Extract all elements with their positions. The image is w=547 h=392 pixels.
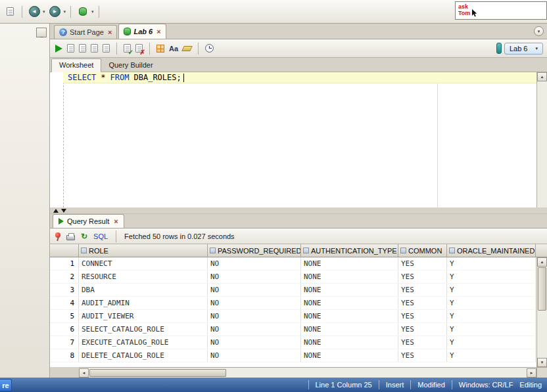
row-number-cell[interactable]: 7	[50, 336, 79, 349]
print-icon[interactable]	[66, 235, 75, 240]
row-number-header[interactable]	[50, 244, 79, 257]
grid-cell[interactable]: NO	[208, 349, 301, 362]
grid-cell[interactable]: YES	[398, 257, 447, 270]
collapse-up-icon[interactable]	[53, 209, 59, 213]
grid-cell[interactable]: NO	[208, 271, 301, 283]
sql-button[interactable]: SQL	[93, 232, 108, 240]
tab-start-page[interactable]: ? Start Page ×	[54, 25, 117, 39]
sql-history-icon[interactable]	[205, 44, 214, 53]
connections-dropdown-icon[interactable]: ▾	[91, 9, 94, 14]
commit-icon[interactable]: ✓	[124, 44, 131, 53]
scrollbar-thumb[interactable]	[538, 267, 546, 311]
row-number-cell[interactable]: 2	[50, 271, 79, 283]
forward-dropdown-icon[interactable]: ▾	[64, 9, 66, 14]
grid-cell[interactable]: YES	[398, 297, 447, 309]
forward-button[interactable]: ►	[48, 5, 62, 19]
grid-cell[interactable]: DELETE_CATALOG_ROLE	[79, 349, 208, 362]
table-row[interactable]: 4AUDIT_ADMINNONONEYESY	[50, 297, 536, 310]
grid-cell[interactable]: NO	[208, 323, 301, 336]
grid-horizontal-scrollbar[interactable]: ◄ ►	[79, 367, 536, 378]
rollback-icon[interactable]: ✗	[135, 44, 143, 53]
grid-cell[interactable]: NONE	[301, 284, 398, 296]
grid-cell[interactable]: AUDIT_VIEWER	[79, 310, 208, 322]
grid-cell[interactable]: DBA	[79, 284, 208, 296]
column-header-common[interactable]: COMMON	[398, 244, 447, 257]
grid-cell[interactable]: NONE	[301, 297, 398, 309]
grid-cell[interactable]: YES	[398, 323, 447, 336]
collapse-down-icon[interactable]	[61, 209, 66, 213]
scroll-down-icon[interactable]: ▼	[537, 358, 547, 367]
explain-plan-icon[interactable]	[91, 44, 98, 53]
autotrace-icon[interactable]	[79, 44, 86, 53]
scrollbar-thumb[interactable]	[89, 369, 226, 377]
column-header-oracle_maintained[interactable]: ORACLE_MAINTAINED	[447, 244, 536, 257]
scroll-right-icon[interactable]: ►	[527, 368, 536, 378]
table-row[interactable]: 3DBANONONEYESY	[50, 284, 536, 297]
close-icon[interactable]: ×	[108, 28, 112, 36]
table-row[interactable]: 1CONNECTNONONEYESY	[50, 257, 536, 271]
new-file-button[interactable]	[3, 5, 17, 19]
table-row[interactable]: 6SELECT_CATALOG_ROLENONONEYESY	[50, 323, 536, 336]
grid-cell[interactable]: NO	[208, 284, 301, 296]
grid-cell[interactable]: Y	[447, 297, 536, 309]
back-dropdown-icon[interactable]: ▾	[43, 9, 45, 14]
grid-cell[interactable]: Y	[447, 271, 536, 283]
sql-editor[interactable]: SELECT * FROM DBA_ROLES; ▲	[50, 72, 547, 207]
scroll-up-icon[interactable]: ▲	[537, 72, 547, 81]
grid-cell[interactable]: NONE	[301, 310, 398, 322]
refresh-icon[interactable]: ↻	[81, 232, 87, 240]
grid-cell[interactable]: NONE	[301, 323, 398, 336]
grid-cell[interactable]: CONNECT	[79, 257, 208, 270]
grid-cell[interactable]: Y	[447, 310, 536, 322]
grid-cell[interactable]: Y	[447, 323, 536, 336]
grid-cell[interactable]: NONE	[301, 257, 398, 270]
unshared-worksheet-icon[interactable]	[156, 45, 164, 53]
table-row[interactable]: 7EXECUTE_CATALOG_ROLENONONEYESY	[50, 336, 536, 349]
tab-query-result[interactable]: Query Result ×	[53, 214, 124, 228]
grid-cell[interactable]: Y	[447, 257, 536, 270]
row-number-cell[interactable]: 5	[50, 310, 79, 322]
sql-tuning-advisor-icon[interactable]	[103, 44, 110, 53]
table-row[interactable]: 2RESOURCENONONEYESY	[50, 271, 536, 284]
tab-lab6[interactable]: Lab 6 ×	[118, 24, 166, 39]
column-header-password_required[interactable]: PASSWORD_REQUIRED	[208, 244, 301, 257]
row-number-cell[interactable]: 4	[50, 297, 79, 309]
grid-cell[interactable]: NO	[208, 297, 301, 309]
row-number-cell[interactable]: 3	[50, 284, 79, 296]
grid-cell[interactable]: NO	[208, 257, 301, 270]
close-icon[interactable]: ×	[156, 28, 160, 35]
tab-list-dropdown-button[interactable]: ▾	[534, 26, 544, 36]
tab-query-builder[interactable]: Query Builder	[101, 59, 160, 72]
editor-scrollbar[interactable]: ▲	[536, 72, 547, 207]
grid-cell[interactable]: RESOURCE	[79, 271, 208, 283]
change-case-icon[interactable]: Aa	[169, 45, 178, 53]
run-script-icon[interactable]	[67, 44, 74, 53]
grid-cell[interactable]: EXECUTE_CATALOG_ROLE	[79, 336, 208, 349]
grid-cell[interactable]: SELECT_CATALOG_ROLE	[79, 323, 208, 336]
column-header-authentication_type[interactable]: AUTHENTICATION_TYPE	[301, 244, 398, 257]
grid-cell[interactable]: Y	[447, 349, 536, 362]
table-row[interactable]: 8DELETE_CATALOG_ROLENONONEYESY	[50, 349, 536, 362]
row-number-cell[interactable]: 8	[50, 349, 79, 362]
taskbar-button-fragment[interactable]: re	[0, 379, 12, 391]
grid-cell[interactable]: AUDIT_ADMIN	[79, 297, 208, 309]
grid-cell[interactable]: YES	[398, 271, 447, 283]
grid-cell[interactable]: NONE	[301, 336, 398, 349]
grid-cell[interactable]: Y	[447, 336, 536, 349]
row-number-cell[interactable]: 6	[50, 323, 79, 336]
run-statement-icon[interactable]	[55, 45, 62, 53]
connections-button[interactable]	[76, 5, 90, 19]
scroll-left-icon[interactable]: ◄	[79, 368, 89, 378]
close-icon[interactable]: ×	[114, 217, 118, 225]
grid-cell[interactable]: NONE	[301, 271, 398, 283]
grid-vertical-scrollbar[interactable]: ▲ ▼	[536, 257, 547, 367]
back-button[interactable]: ◄	[27, 5, 41, 19]
grid-cell[interactable]: YES	[398, 310, 447, 322]
grid-cell[interactable]: YES	[398, 349, 447, 362]
grid-cell[interactable]: NONE	[301, 349, 398, 362]
tab-worksheet[interactable]: Worksheet	[51, 58, 101, 72]
grid-cell[interactable]: NO	[208, 336, 301, 349]
pin-result-icon[interactable]	[55, 232, 60, 238]
column-header-role[interactable]: ROLE	[79, 244, 208, 257]
splitter-handle[interactable]	[50, 207, 547, 214]
